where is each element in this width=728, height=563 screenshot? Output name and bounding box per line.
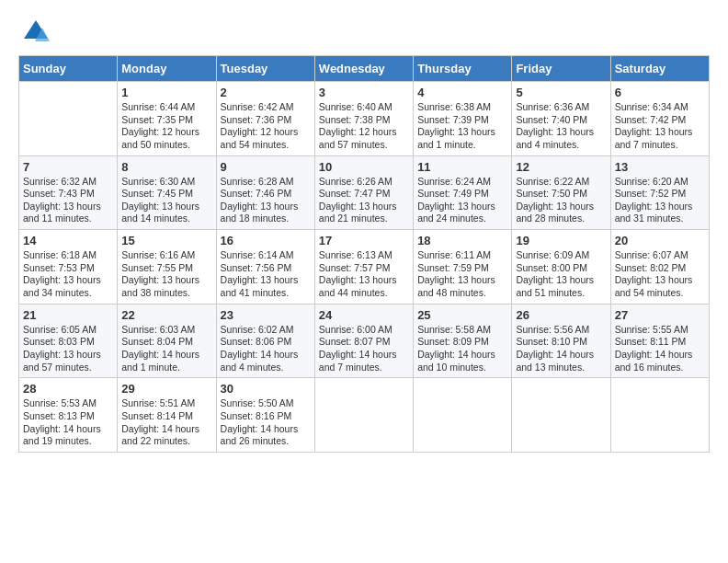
cell-info: and 14 minutes. [121, 213, 211, 225]
cell-info: Sunrise: 6:42 AM [221, 101, 311, 114]
cell-info: Daylight: 13 hours [121, 274, 211, 287]
cell-info: Sunset: 7:38 PM [319, 114, 409, 127]
day-number: 15 [121, 234, 211, 247]
day-number: 19 [516, 234, 606, 247]
calendar-cell: 15Sunrise: 6:16 AMSunset: 7:55 PMDayligh… [118, 230, 216, 304]
cell-info: Sunrise: 5:55 AM [615, 324, 705, 337]
cell-info: and 7 minutes. [615, 139, 705, 152]
cell-info: Sunrise: 6:07 AM [615, 249, 705, 262]
calendar-cell [314, 378, 413, 453]
cell-info: and 1 minute. [417, 139, 507, 152]
weekday-header: Tuesday [216, 56, 314, 82]
cell-info: and 26 minutes. [221, 435, 311, 448]
day-number: 27 [615, 308, 705, 322]
cell-info: Sunrise: 6:24 AM [417, 176, 507, 189]
calendar-cell: 3Sunrise: 6:40 AMSunset: 7:38 PMDaylight… [314, 82, 413, 156]
cell-info: Sunrise: 6:22 AM [516, 176, 606, 189]
calendar-cell: 10Sunrise: 6:26 AMSunset: 7:47 PMDayligh… [314, 155, 413, 230]
cell-info: Daylight: 14 hours [121, 349, 211, 362]
day-number: 12 [516, 160, 606, 174]
cell-info: and 50 minutes. [121, 139, 211, 152]
cell-info: Sunset: 8:03 PM [23, 336, 113, 349]
cell-info: Daylight: 12 hours [121, 126, 211, 139]
day-number: 1 [121, 86, 211, 99]
cell-info: and 24 minutes. [417, 213, 507, 225]
cell-info: Sunset: 8:14 PM [121, 410, 211, 423]
calendar-week-row: 1Sunrise: 6:44 AMSunset: 7:35 PMDaylight… [19, 82, 710, 156]
day-number: 28 [23, 382, 113, 396]
cell-info: and 57 minutes. [23, 362, 113, 374]
weekday-header-row: SundayMondayTuesdayWednesdayThursdayFrid… [19, 56, 710, 82]
cell-info: Sunrise: 6:14 AM [221, 249, 311, 262]
cell-info: Sunrise: 6:05 AM [23, 324, 113, 337]
cell-info: Daylight: 12 hours [221, 126, 311, 139]
day-number: 13 [615, 160, 705, 174]
cell-info: Daylight: 14 hours [221, 349, 311, 362]
calendar-week-row: 14Sunrise: 6:18 AMSunset: 7:53 PMDayligh… [19, 230, 710, 304]
logo-icon [22, 18, 50, 46]
cell-info: Sunrise: 6:44 AM [121, 101, 211, 114]
day-number: 18 [417, 234, 507, 247]
calendar-cell: 4Sunrise: 6:38 AMSunset: 7:39 PMDaylight… [414, 82, 512, 156]
cell-info: and 10 minutes. [417, 362, 507, 374]
cell-info: Sunrise: 6:30 AM [121, 176, 211, 189]
cell-info: Daylight: 13 hours [121, 201, 211, 213]
logo [18, 18, 50, 46]
day-number: 5 [516, 86, 606, 99]
cell-info: Sunset: 8:06 PM [221, 336, 311, 349]
calendar-cell: 13Sunrise: 6:20 AMSunset: 7:52 PMDayligh… [610, 155, 709, 230]
cell-info: Sunset: 7:49 PM [417, 188, 507, 201]
day-number: 23 [221, 308, 311, 322]
cell-info: Sunset: 7:50 PM [516, 188, 606, 201]
cell-info: Daylight: 13 hours [221, 274, 311, 287]
cell-info: and 57 minutes. [319, 139, 409, 152]
cell-info: Sunrise: 6:26 AM [319, 176, 409, 189]
calendar-cell: 1Sunrise: 6:44 AMSunset: 7:35 PMDaylight… [118, 82, 216, 156]
cell-info: Sunrise: 6:11 AM [417, 249, 507, 262]
cell-info: Sunrise: 6:03 AM [121, 324, 211, 337]
calendar-cell: 6Sunrise: 6:34 AMSunset: 7:42 PMDaylight… [610, 82, 709, 156]
cell-info: Daylight: 14 hours [516, 349, 606, 362]
cell-info: and 31 minutes. [615, 213, 705, 225]
day-number: 17 [319, 234, 409, 247]
calendar-cell: 19Sunrise: 6:09 AMSunset: 8:00 PMDayligh… [512, 230, 610, 304]
calendar-cell: 20Sunrise: 6:07 AMSunset: 8:02 PMDayligh… [610, 230, 709, 304]
cell-info: Sunset: 8:16 PM [221, 410, 311, 423]
cell-info: Sunrise: 6:28 AM [221, 176, 311, 189]
cell-info: and 1 minute. [121, 362, 211, 374]
cell-info: and 18 minutes. [221, 213, 311, 225]
weekday-header: Saturday [610, 56, 709, 82]
calendar-cell [19, 82, 118, 156]
cell-info: Sunset: 8:11 PM [615, 336, 705, 349]
cell-info: and 41 minutes. [221, 287, 311, 300]
cell-info: Sunset: 7:42 PM [615, 114, 705, 127]
calendar-cell: 23Sunrise: 6:02 AMSunset: 8:06 PMDayligh… [216, 304, 314, 378]
cell-info: Sunset: 7:53 PM [23, 262, 113, 275]
cell-info: and 4 minutes. [516, 139, 606, 152]
cell-info: Daylight: 13 hours [615, 126, 705, 139]
cell-info: Sunrise: 6:18 AM [23, 249, 113, 262]
day-number: 4 [417, 86, 507, 99]
cell-info: Sunrise: 6:40 AM [319, 101, 409, 114]
cell-info: and 48 minutes. [417, 287, 507, 300]
cell-info: Sunset: 7:52 PM [615, 188, 705, 201]
day-number: 21 [23, 308, 113, 322]
day-number: 30 [221, 382, 311, 396]
cell-info: Sunrise: 6:36 AM [516, 101, 606, 114]
calendar-week-row: 7Sunrise: 6:32 AMSunset: 7:43 PMDaylight… [19, 155, 710, 230]
cell-info: Sunset: 8:04 PM [121, 336, 211, 349]
cell-info: Sunset: 8:07 PM [319, 336, 409, 349]
cell-info: Sunset: 7:43 PM [23, 188, 113, 201]
day-number: 16 [221, 234, 311, 247]
cell-info: Daylight: 13 hours [615, 201, 705, 213]
cell-info: and 38 minutes. [121, 287, 211, 300]
cell-info: Sunrise: 6:09 AM [516, 249, 606, 262]
cell-info: and 7 minutes. [319, 362, 409, 374]
calendar-cell [414, 378, 512, 453]
calendar-cell: 29Sunrise: 5:51 AMSunset: 8:14 PMDayligh… [118, 378, 216, 453]
cell-info: Sunrise: 6:16 AM [121, 249, 211, 262]
calendar-cell: 18Sunrise: 6:11 AMSunset: 7:59 PMDayligh… [414, 230, 512, 304]
cell-info: Daylight: 13 hours [516, 126, 606, 139]
cell-info: Daylight: 14 hours [319, 349, 409, 362]
cell-info: Daylight: 13 hours [319, 274, 409, 287]
